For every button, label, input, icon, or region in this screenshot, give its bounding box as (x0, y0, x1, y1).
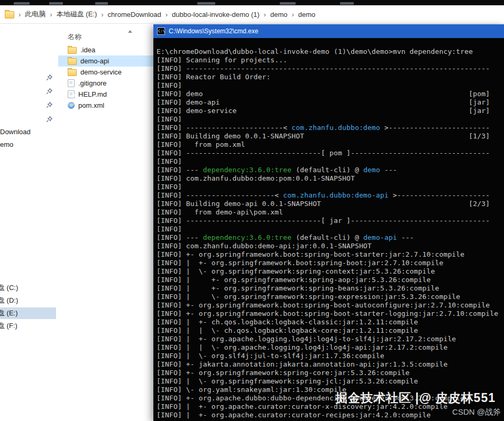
chevron-right-icon: › (50, 11, 52, 18)
address-bar[interactable]: ›此电脑›本地磁盘 (E:)›chromeDownload›dubbo-loca… (0, 5, 504, 24)
chevron-right-icon: › (264, 11, 266, 18)
truncated-menu-text (280, 2, 296, 5)
truncated-menu-text (197, 2, 215, 5)
chevron-right-icon: › (101, 11, 103, 18)
file-icon (68, 79, 75, 87)
console-line: [INFO] --- dependency:3.6.0:tree (defaul… (157, 166, 504, 174)
console-line: [INFO] | \- org.springframework:spring-c… (157, 267, 504, 276)
sidebar-item-download[interactable]: Download (0, 126, 56, 138)
truncated-menu-text (49, 2, 63, 5)
breadcrumb: ›此电脑›本地磁盘 (E:)›chromeDownload›dubbo-loca… (14, 10, 315, 19)
console-line: [INFO] com.zhanfu.dubbo:demo-api:jar:0.0… (157, 242, 504, 250)
cmd-window: C:\Windows\System32\cmd.exe E:\chromeDow… (153, 24, 504, 421)
folder-icon (68, 58, 77, 65)
file-list: 名称 .idea demo-api demo-service .gitignor… (58, 24, 169, 421)
console-line: [INFO] | +- org.springframework.boot:spr… (157, 259, 504, 267)
console-line: [INFO] Scanning for projects... (157, 56, 504, 64)
folder-icon (68, 47, 77, 54)
breadcrumb-item[interactable]: 此电脑 (25, 10, 45, 19)
sidebar-drive-f[interactable]: 盘 (F:) (0, 320, 56, 332)
pin-icon[interactable] (45, 101, 53, 109)
console-line: [INFO] ---------------------< com.zhanfu… (157, 191, 504, 200)
pin-icon[interactable] (45, 116, 53, 123)
sidebar-drive-c[interactable]: 盘 (C:) (0, 282, 56, 294)
breadcrumb-item[interactable]: 本地磁盘 (E:) (57, 10, 97, 19)
file-row[interactable]: .idea (58, 44, 169, 55)
console-line: [INFO] +- jakarta.annotation:jakarta.ann… (157, 360, 504, 369)
sidebar-drive-d[interactable]: 盘 (D:) (0, 295, 56, 306)
console-line: [INFO] (157, 81, 504, 90)
console-line: [INFO] --- dependency:3.6.0:tree (defaul… (157, 233, 504, 242)
chevron-right-icon: › (166, 11, 168, 18)
cmd-title: C:\Windows\System32\cmd.exe (169, 27, 258, 35)
console-line: [INFO] Building demo-api 0.0.1-SNAPSHOT … (157, 200, 504, 208)
console-line: [INFO] com.zhanfu.dubbo:demo:pom:0.0.1-S… (157, 174, 504, 183)
file-row[interactable]: demo-service (58, 67, 169, 78)
truncated-menu-text (340, 2, 354, 5)
console-line: [INFO] | | \- org.apache.logging.log4j:l… (157, 343, 504, 352)
watermark-secondary: CSDN @战斧 (452, 407, 501, 417)
console-line: [INFO] (157, 183, 504, 191)
sidebar-drive-e[interactable]: 盘 (E:) (0, 307, 56, 319)
pin-icon[interactable] (45, 88, 53, 95)
sort-ascending-icon[interactable] (128, 30, 132, 33)
top-menu-strip (0, 0, 504, 5)
chevron-right-icon: › (19, 11, 21, 18)
column-header-name[interactable]: 名称 (68, 32, 81, 42)
console-line: [INFO] | | \- ch.qos.logback:logback-cor… (157, 326, 504, 335)
console-line: E:\chromeDownload\dubbo-local-invoke-dem… (157, 48, 504, 56)
folder-icon (5, 11, 14, 18)
console-output[interactable]: E:\chromeDownload\dubbo-local-invoke-dem… (153, 38, 504, 421)
console-line: [INFO] | \- org.springframework:spring-j… (157, 377, 504, 386)
markdown-icon (68, 90, 75, 98)
console-line: [INFO] | +- org.springframework:spring-b… (157, 284, 504, 293)
file-row[interactable]: demo-api (58, 55, 169, 67)
console-line: [INFO] +- org.springframework.boot:sprin… (157, 310, 504, 318)
console-line: [INFO] from pom.xml (157, 141, 504, 149)
console-line: [INFO] +- org.springframework:spring-cor… (157, 369, 504, 377)
chevron-right-icon: › (291, 11, 294, 18)
file-name: demo-service (80, 68, 122, 76)
file-name: demo-api (80, 57, 109, 65)
truncated-menu-text (95, 2, 108, 5)
console-line: [INFO] Building demo 0.0.1-SNAPSHOT [1/3… (157, 132, 504, 141)
file-name: HELP.md (78, 90, 107, 98)
navigation-pane: Download emo 盘 (C:) 盘 (D:) 盘 (E:) 盘 (F:) (0, 24, 56, 421)
console-line: [INFO] Reactor Build Order: (157, 73, 504, 81)
console-line: [INFO] --------------------------------[… (157, 149, 504, 157)
console-line: [INFO] demo-api [jar] (157, 98, 504, 107)
cmd-icon (157, 27, 165, 35)
sidebar-item-demo[interactable]: emo (0, 139, 56, 151)
console-line: [INFO] (157, 225, 504, 233)
pin-icon[interactable] (45, 74, 53, 81)
console-line: [INFO] | +- org.apache.logging.log4j:log… (157, 335, 504, 343)
file-row[interactable]: HELP.md (58, 89, 169, 100)
console-line: [INFO] +- org.springframework.boot:sprin… (157, 301, 504, 310)
console-line: [INFO] | \- org.slf4j:jul-to-slf4j:jar:1… (157, 352, 504, 360)
console-line: [INFO] | +- ch.qos.logback:logback-class… (157, 318, 504, 326)
console-line: [INFO] (157, 115, 504, 124)
file-name: .idea (80, 46, 95, 54)
file-name: pom.xml (78, 101, 104, 109)
file-name: .gitignore (78, 79, 106, 87)
folder-icon (68, 69, 77, 76)
console-line: [INFO] ---------------------------------… (157, 64, 504, 73)
console-line: [INFO] demo [pom] (157, 90, 504, 98)
console-line: [INFO] | +- org.springframework:spring-a… (157, 276, 504, 284)
file-row[interactable]: .gitignore (58, 78, 169, 89)
console-line: [INFO] | \- org.springframework:spring-e… (157, 293, 504, 301)
breadcrumb-item[interactable]: demo (270, 11, 288, 18)
console-line: [INFO] --------------------------------[… (157, 217, 504, 225)
file-row[interactable]: pom.xml (58, 100, 169, 111)
truncated-menu-text (14, 2, 30, 5)
console-line: [INFO] demo-service [jar] (157, 107, 504, 115)
console-line: [INFO] from demo-api\pom.xml (157, 208, 504, 217)
cmd-titlebar[interactable]: C:\Windows\System32\cmd.exe (153, 24, 504, 38)
console-line: [INFO] +- org.springframework.boot:sprin… (157, 250, 504, 259)
breadcrumb-item[interactable]: dubbo-local-invoke-demo (1) (172, 11, 259, 18)
breadcrumb-item[interactable]: demo (298, 11, 316, 18)
breadcrumb-item[interactable]: chromeDownload (108, 11, 161, 18)
list-header: 名称 (58, 24, 169, 44)
console-line: [INFO] (157, 157, 504, 166)
console-line: [INFO] -----------------------< com.zhan… (157, 124, 504, 132)
